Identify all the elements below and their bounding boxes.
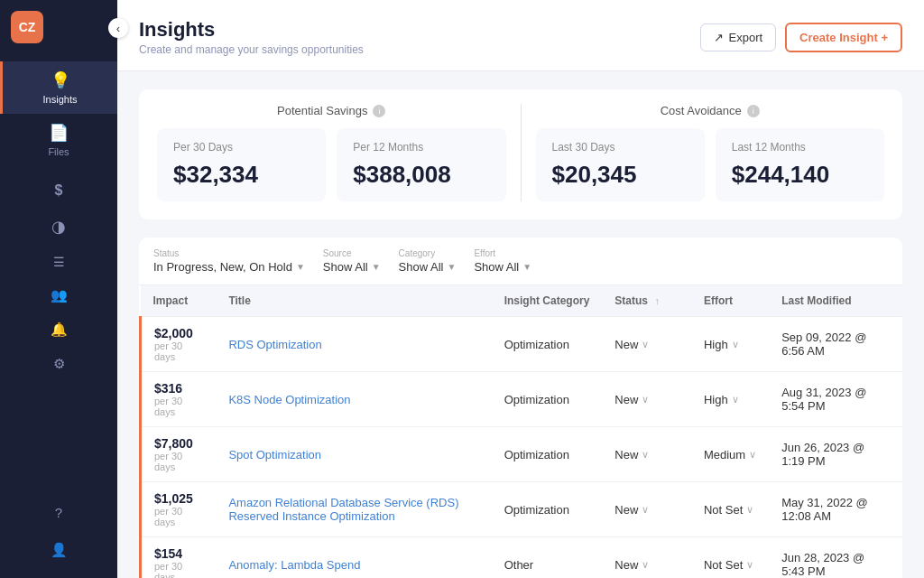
col-header-title: Title [216,285,491,317]
status-chevron-down-icon: ∨ [642,559,649,571]
status-cell: New ∨ [602,317,691,372]
category-cell: Optimization [492,427,603,482]
sidebar-label-insights: Insights [43,94,78,105]
sidebar-item-list[interactable]: ☰ [0,246,117,278]
status-select[interactable]: New ∨ [614,503,679,517]
sidebar: CZ ‹ 💡 Insights 📄 Files $ ◑ ☰ 👥 🔔 ⚙ [0,0,117,578]
effort-cell: High ∨ [691,372,769,427]
metric-value-last12months: $244,140 [732,161,868,189]
metric-value-30days: $32,334 [173,161,310,189]
impact-cell: $154 per 30 days [141,537,217,579]
insight-link[interactable]: Anomaly: Lambda Spend [228,558,360,572]
sidebar-item-help[interactable]: ? [0,496,117,529]
cost-avoidance-info-icon[interactable]: i [747,105,760,117]
potential-savings-group: Potential Savings i Per 30 Days $32,334 … [157,104,506,201]
status-value: New [614,503,638,517]
insights-table-wrapper: Impact Title Insight Category Status ↑ E… [139,285,902,578]
sidebar-item-people[interactable]: 👥 [0,278,117,312]
status-value: New [614,338,638,351]
impact-amount: $316 [154,381,203,396]
title-cell: Spot Optimization [216,427,491,482]
effort-cell: Not Set ∨ [691,482,769,537]
sidebar-item-bell[interactable]: 🔔 [0,312,117,347]
effort-chevron-icon: ▼ [522,262,531,272]
insight-link[interactable]: Amazon Relational Database Service (RDS)… [228,496,458,523]
sidebar-item-insights[interactable]: 💡 Insights [0,61,117,114]
filter-value-effort: Show All [474,260,519,274]
col-header-last-modified: Last Modified [769,285,902,317]
category-chevron-icon: ▼ [447,262,456,272]
filter-select-status[interactable]: In Progress, New, On Hold ▼ [153,260,305,274]
filter-select-source[interactable]: Show All ▼ [323,260,381,274]
status-value: New [614,558,638,572]
impact-cell: $7,800 per 30 days [141,427,217,482]
effort-select[interactable]: High ∨ [704,338,756,351]
filter-select-effort[interactable]: Show All ▼ [474,260,531,274]
logo-mark: CZ [11,11,43,43]
potential-savings-info-icon[interactable]: i [373,105,385,117]
metric-card-30days: Per 30 Days $32,334 [157,128,326,201]
status-chevron-down-icon: ∨ [642,339,649,350]
sidebar-item-gear[interactable]: ⚙ [0,347,117,381]
metrics-groups: Potential Savings i Per 30 Days $32,334 … [157,104,884,201]
page-subtitle: Create and manage your savings opportuni… [139,43,364,56]
people-icon: 👥 [51,287,68,303]
sidebar-collapse-button[interactable]: ‹ [108,18,128,38]
status-select[interactable]: New ∨ [614,448,679,461]
effort-chevron-down-icon: ∨ [732,339,739,350]
sidebar-item-chart[interactable]: ◑ [0,208,117,246]
help-icon: ? [55,505,62,520]
effort-cell: Medium ∨ [691,427,769,482]
filter-label-category: Category [399,248,457,258]
sidebar-logo: CZ ‹ [0,0,117,54]
effort-select[interactable]: High ∨ [704,393,756,406]
sidebar-item-user[interactable]: 👤 [0,533,117,567]
filter-value-status: In Progress, New, On Hold [153,260,292,274]
status-select[interactable]: New ∨ [614,338,679,351]
effort-chevron-down-icon: ∨ [746,504,753,516]
insight-link[interactable]: RDS Optimization [228,338,321,351]
sidebar-item-dollar[interactable]: $ [0,173,117,208]
sidebar-item-files[interactable]: 📄 Files [0,114,117,166]
last-modified-cell: Sep 09, 2022 @ 6:56 AM [769,317,902,372]
effort-value: Medium [704,448,745,461]
col-header-status[interactable]: Status ↑ [602,285,691,317]
table-row: $1,025 per 30 days Amazon Relational Dat… [141,482,903,537]
table-row: $2,000 per 30 days RDS Optimization Opti… [141,317,903,372]
source-chevron-icon: ▼ [372,262,381,272]
table-row: $316 per 30 days K8S Node Optimization O… [141,372,903,427]
last-modified-cell: May 31, 2022 @ 12:08 AM [769,482,902,537]
col-header-effort: Effort [691,285,769,317]
status-select[interactable]: New ∨ [614,558,679,572]
export-icon: ↗ [714,31,724,44]
effort-select[interactable]: Not Set ∨ [704,503,756,517]
status-value: New [614,448,638,461]
status-select[interactable]: New ∨ [614,393,679,406]
insight-link[interactable]: K8S Node Optimization [228,393,350,406]
create-insight-button[interactable]: Create Insight + [785,23,902,52]
insight-link[interactable]: Spot Optimization [228,448,321,461]
effort-value: High [704,338,728,351]
content-area: Potential Savings i Per 30 Days $32,334 … [117,71,924,578]
cost-avoidance-title: Cost Avoidance i [536,104,885,117]
impact-sub: per 30 days [154,340,203,362]
effort-select[interactable]: Medium ∨ [704,448,756,461]
impact-amount: $2,000 [154,326,203,340]
filter-group-category: Category Show All ▼ [399,248,457,274]
metric-value-last30days: $20,345 [552,161,688,189]
header-left: Insights Create and manage your savings … [139,18,364,56]
effort-select[interactable]: Not Set ∨ [704,558,756,572]
filter-value-category: Show All [399,260,444,274]
filters-bar: Status In Progress, New, On Hold ▼ Sourc… [139,238,902,285]
status-chevron-down-icon: ∨ [642,504,649,516]
impact-cell: $316 per 30 days [141,372,217,427]
user-icon: 👤 [51,542,68,558]
export-button[interactable]: ↗ Export [700,23,777,51]
category-cell: Optimization [492,482,603,537]
impact-amount: $7,800 [154,436,203,451]
cost-avoidance-cards: Last 30 Days $20,345 Last 12 Months $244… [536,128,885,201]
filter-group-effort: Effort Show All ▼ [474,248,531,274]
filter-label-status: Status [153,248,305,258]
filter-select-category[interactable]: Show All ▼ [399,260,457,274]
last-modified-cell: Jun 28, 2023 @ 5:43 PM [769,537,902,579]
